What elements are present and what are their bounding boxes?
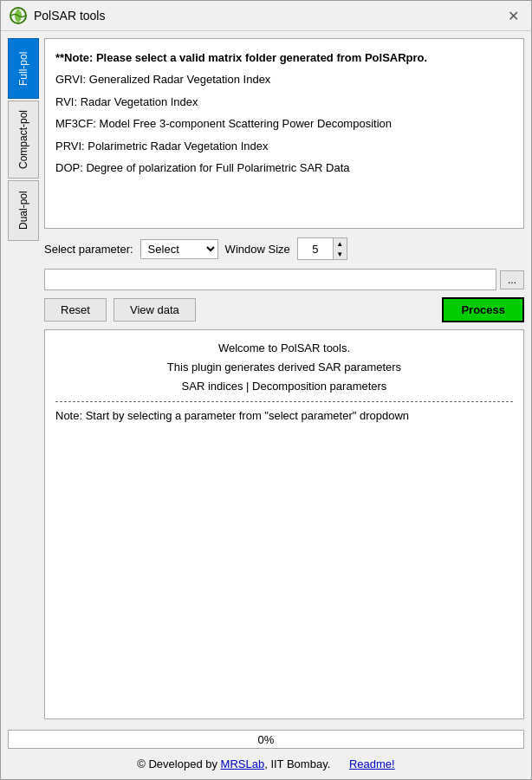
footer-text-before: © Developed by	[137, 757, 220, 770]
progress-bar: 0%	[8, 730, 524, 749]
window-size-spinner: ▲ ▼	[297, 237, 347, 260]
tab-panel: Full-pol Compact-pol Dual-pol	[8, 38, 39, 719]
output-line1: Welcome to PolSAR tools.	[55, 339, 513, 358]
parameter-row: Select parameter: Select GRVI RVI MF3CF …	[44, 236, 524, 262]
progress-label: 0%	[258, 733, 275, 746]
action-row: Reset View data Process	[44, 297, 524, 322]
info-line-3: MF3CF: Model Free 3-component Scattering…	[55, 114, 513, 133]
info-line-1: GRVI: Generalized Radar Vegetation Index	[55, 69, 513, 89]
tab-compact-pol[interactable]: Compact-pol	[8, 101, 39, 179]
output-line2: This plugin generates derived SAR parame…	[55, 358, 513, 377]
app-logo-icon	[10, 7, 27, 24]
window-size-input[interactable]	[298, 241, 333, 257]
info-note: **Note: Please select a valid matrix fol…	[55, 48, 513, 68]
info-line-4: PRVI: Polarimetric Radar Vegetation Inde…	[55, 136, 513, 156]
spinner-down-button[interactable]: ▼	[333, 249, 347, 259]
right-panel: **Note: Please select a valid matrix fol…	[44, 38, 524, 719]
file-row: ...	[44, 269, 524, 290]
process-button[interactable]: Process	[442, 297, 524, 322]
info-line-5: DOP: Degree of polarization for Full Pol…	[55, 158, 513, 178]
info-box: **Note: Please select a valid matrix fol…	[44, 38, 524, 229]
main-content: Full-pol Compact-pol Dual-pol **Note: Pl…	[1, 31, 531, 726]
footer-text-middle: , IIT Bombay.	[264, 757, 330, 770]
main-window: PolSAR tools ✕ Full-pol Compact-pol Dual…	[0, 0, 532, 780]
output-note: Note: Start by selecting a parameter fro…	[55, 409, 513, 422]
browse-button[interactable]: ...	[500, 270, 524, 289]
output-welcome: Welcome to PolSAR tools. This plugin gen…	[55, 339, 513, 396]
spinner-up-button[interactable]: ▲	[333, 238, 347, 249]
close-button[interactable]: ✕	[503, 6, 522, 25]
output-box: Welcome to PolSAR tools. This plugin gen…	[44, 329, 524, 719]
output-divider	[55, 401, 513, 402]
title-bar: PolSAR tools ✕	[1, 1, 531, 31]
select-param-label: Select parameter:	[44, 243, 133, 256]
reset-button[interactable]: Reset	[44, 298, 107, 322]
spinner-buttons: ▲ ▼	[333, 238, 347, 259]
footer-mrslab-link[interactable]: MRSLab	[221, 757, 265, 770]
tab-full-pol[interactable]: Full-pol	[8, 38, 39, 99]
title-bar-left: PolSAR tools	[10, 7, 105, 24]
view-data-button[interactable]: View data	[114, 298, 196, 322]
progress-section: 0%	[1, 726, 531, 752]
tab-dual-pol[interactable]: Dual-pol	[8, 180, 39, 241]
window-title: PolSAR tools	[34, 9, 105, 23]
file-path-input[interactable]	[44, 269, 496, 290]
footer-readme-link[interactable]: Readme!	[349, 757, 395, 770]
output-line3: SAR indices | Decomposition parameters	[55, 377, 513, 396]
window-size-label: Window Size	[225, 243, 290, 256]
info-line-2: RVI: Radar Vegetation Index	[55, 92, 513, 112]
select-param-dropdown[interactable]: Select GRVI RVI MF3CF PRVI DOP	[140, 239, 218, 259]
footer: © Developed by MRSLab, IIT Bombay. Readm…	[1, 752, 531, 779]
